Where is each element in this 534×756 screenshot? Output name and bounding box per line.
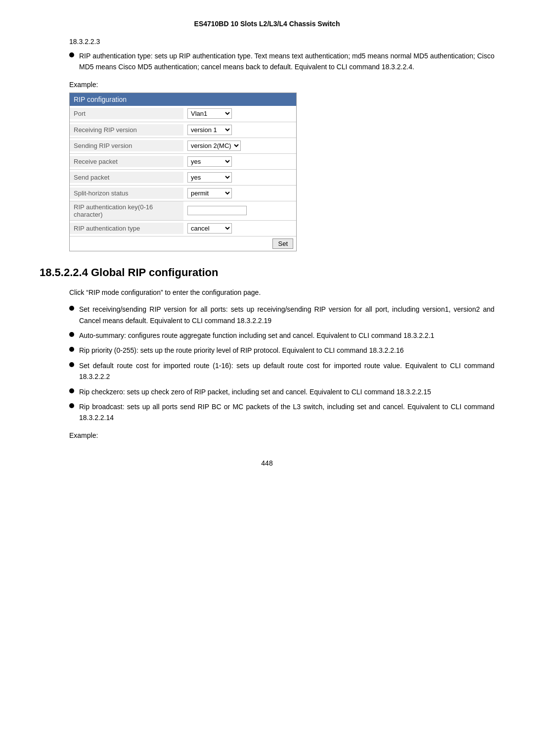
example-label-1: Example:: [69, 81, 494, 89]
bullet-text-5: Rip broadcast: sets up all ports send RI…: [79, 401, 494, 424]
rip-row-sending-version: Sending RIP version version 1 version 2(…: [70, 138, 296, 153]
rip-label-auth-key: RIP authentication key(0-16 character): [70, 201, 183, 220]
rip-control-auth-key[interactable]: [183, 204, 296, 217]
rip-label-send-packet: Send packet: [70, 172, 183, 183]
bullet-icon-0: [69, 306, 74, 311]
bullet-text-0: Set receiving/sending RIP version for al…: [79, 304, 494, 326]
bullet-icon-2: [69, 347, 74, 352]
bullet-item-5: Rip broadcast: sets up all ports send RI…: [40, 401, 494, 424]
bullet-item-0: Set receiving/sending RIP version for al…: [40, 304, 494, 326]
bullet-icon-5: [69, 403, 74, 408]
rip-label-split-horizon: Split-horizon status: [70, 188, 183, 199]
rip-control-send-packet[interactable]: yes no: [183, 170, 296, 185]
bullet-icon-1: [69, 332, 74, 337]
rip-row-split-horizon: Split-horizon status permit deny: [70, 185, 296, 201]
bullet-item-2: Rip priority (0-255): sets up the route …: [40, 345, 494, 356]
bullet-item-4: Rip checkzero: sets up check zero of RIP…: [40, 386, 494, 397]
intro-bullet-list: RIP authentication type: sets up RIP aut…: [40, 50, 494, 73]
bullet-item-3: Set default route cost for imported rout…: [40, 360, 494, 382]
auth-type-select[interactable]: cancel text md5 Cisco MD5: [187, 223, 232, 234]
bullet-text-1: Auto-summary: configures route aggregate…: [79, 330, 494, 341]
page-number: 448: [40, 459, 494, 467]
rip-row-receive-packet: Receive packet yes no: [70, 153, 296, 169]
section-heading-18522: 18.5.2.2.4 Global RIP configuration: [40, 266, 494, 279]
rip-control-split-horizon[interactable]: permit deny: [183, 186, 296, 200]
section-intro-text: Click “RIP mode configuration” to enter …: [69, 287, 494, 298]
bullet-icon: [69, 52, 74, 57]
intro-bullet-item: RIP authentication type: sets up RIP aut…: [40, 50, 494, 73]
port-select[interactable]: Vlan1: [187, 108, 232, 119]
rip-label-receive-packet: Receive packet: [70, 156, 183, 167]
example-label-2: Example:: [69, 431, 494, 439]
rip-row-send-packet: Send packet yes no: [70, 169, 296, 185]
intro-bullet-text: RIP authentication type: sets up RIP aut…: [79, 50, 494, 73]
rip-row-port: Port Vlan1: [70, 106, 296, 122]
rip-control-auth-type[interactable]: cancel text md5 Cisco MD5: [183, 221, 296, 236]
rip-row-receiving-version: Receiving RIP version version 1 version …: [70, 122, 296, 138]
send-packet-select[interactable]: yes no: [187, 172, 232, 183]
rip-control-sending-version[interactable]: version 1 version 2(MC) Cancel: [183, 139, 296, 153]
receive-packet-select[interactable]: yes no: [187, 156, 232, 167]
rip-control-receive-packet[interactable]: yes no: [183, 154, 296, 169]
receiving-version-select[interactable]: version 1 version 2 Cancel: [187, 125, 232, 135]
bullet-item-1: Auto-summary: configures route aggregate…: [40, 330, 494, 341]
rip-config-table: RIP configuration Port Vlan1 Receiving R…: [69, 93, 297, 251]
main-bullet-list: Set receiving/sending RIP version for al…: [40, 304, 494, 424]
bullet-icon-3: [69, 362, 74, 367]
rip-row-auth-key: RIP authentication key(0-16 character): [70, 201, 296, 220]
rip-set-row: Set: [70, 236, 296, 251]
page-header: ES4710BD 10 Slots L2/L3/L4 Chassis Switc…: [40, 20, 494, 28]
rip-label-receiving-version: Receiving RIP version: [70, 124, 183, 136]
rip-label-sending-version: Sending RIP version: [70, 140, 183, 151]
split-horizon-select[interactable]: permit deny: [187, 188, 232, 198]
section-number-18322: 18.3.2.2.3: [69, 38, 494, 46]
rip-control-port[interactable]: Vlan1: [183, 106, 296, 121]
bullet-icon-4: [69, 388, 74, 393]
set-button[interactable]: Set: [272, 238, 293, 249]
bullet-text-4: Rip checkzero: sets up check zero of RIP…: [79, 386, 494, 397]
bullet-text-2: Rip priority (0-255): sets up the route …: [79, 345, 494, 356]
bullet-text-3: Set default route cost for imported rout…: [79, 360, 494, 382]
sending-version-select[interactable]: version 1 version 2(MC) Cancel: [187, 141, 241, 151]
rip-row-auth-type: RIP authentication type cancel text md5 …: [70, 220, 296, 236]
rip-table-body: Port Vlan1 Receiving RIP version version…: [70, 106, 296, 251]
rip-label-auth-type: RIP authentication type: [70, 223, 183, 234]
rip-control-receiving-version[interactable]: version 1 version 2 Cancel: [183, 123, 296, 137]
auth-key-input[interactable]: [187, 206, 247, 215]
rip-label-port: Port: [70, 108, 183, 119]
rip-table-header: RIP configuration: [70, 93, 296, 106]
